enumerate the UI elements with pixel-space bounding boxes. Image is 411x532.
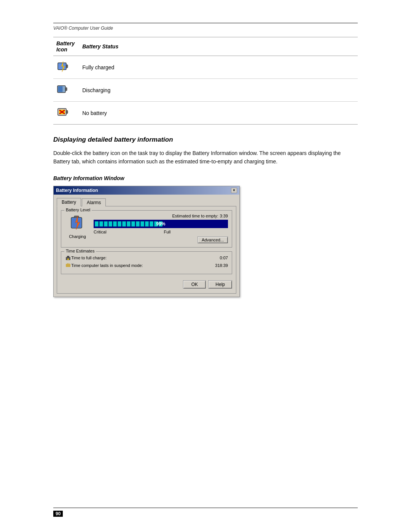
battery-charged-icon	[56, 60, 70, 73]
table-row: No battery	[53, 102, 358, 125]
window-content: Battery Alarms Battery Level	[54, 195, 239, 297]
ok-button[interactable]: OK	[183, 280, 206, 289]
battery-nobattery-icon	[56, 105, 70, 119]
tabs-row: Battery Alarms	[57, 198, 236, 206]
progress-segment	[136, 221, 140, 227]
progress-segment	[113, 221, 117, 227]
progress-bar-container: 99%	[94, 220, 228, 228]
plug-icon	[65, 255, 71, 261]
advanced-button[interactable]: Advanced...	[198, 236, 228, 243]
suspend-time-row: Time computer lasts in suspend mode: 318…	[65, 262, 228, 268]
status-no-battery: No battery	[79, 102, 358, 125]
battery-table: Battery Icon Battery Status	[53, 37, 358, 125]
estimated-time-label: Estimated time to empty:	[172, 214, 218, 218]
suspend-value: 318:39	[215, 263, 228, 268]
critical-label: Critical	[94, 230, 107, 234]
footer-rule	[53, 508, 358, 508]
svg-rect-19	[67, 256, 68, 257]
estimated-time-value: 3:39	[220, 214, 228, 218]
progress-segment	[131, 221, 135, 227]
tab-content: Battery Level	[57, 206, 236, 294]
progress-percent: 99%	[156, 221, 165, 227]
progress-segment	[145, 221, 149, 227]
window-titlebar: Battery Information ×	[54, 186, 239, 195]
page-number: 90	[53, 511, 63, 517]
subsection-label: Battery Information Window	[53, 175, 358, 181]
section-body: Double-click the battery icon on the tas…	[53, 149, 358, 166]
progress-segment	[99, 221, 103, 227]
progress-segment	[104, 221, 108, 227]
progress-segment	[95, 221, 99, 227]
battery-level-right: Estimated time to empty: 3:39	[94, 214, 228, 243]
suspend-label: Time computer lasts in suspend mode:	[71, 263, 143, 268]
battery-icon-cell-charged	[53, 56, 79, 79]
page-container: VAIO® Computer User Guide Battery Icon B…	[0, 0, 411, 532]
progress-segment	[118, 221, 121, 227]
battery-icon-cell-nobattery	[53, 102, 79, 125]
progress-segment	[127, 221, 131, 227]
progress-segment	[150, 221, 153, 227]
status-discharging: Discharging	[79, 79, 358, 102]
progress-segment	[122, 221, 126, 227]
time-to-charge-value: 0:07	[220, 256, 228, 260]
section-heading: Displaying detailed battery information	[53, 136, 358, 144]
svg-rect-6	[65, 88, 67, 91]
charging-label: Charging	[69, 234, 86, 239]
svg-rect-23	[67, 263, 68, 264]
svg-rect-20	[68, 256, 69, 257]
header-title: VAIO® Computer User Guide	[53, 26, 358, 31]
svg-rect-9	[66, 110, 68, 113]
progress-segment	[140, 221, 144, 227]
time-estimates-label: Time Estimates	[64, 249, 96, 253]
status-fully-charged: Fully charged	[79, 56, 358, 79]
table-row: Discharging	[53, 79, 358, 102]
window-buttons-row: OK Help	[61, 278, 232, 289]
estimated-time-row: Estimated time to empty: 3:39	[94, 214, 228, 218]
time-estimates-group: Time Estimates Time to full charge:	[61, 251, 232, 274]
charging-icon-area: Charging	[65, 214, 90, 239]
charging-battery-icon	[68, 214, 87, 233]
help-button[interactable]: Help	[208, 280, 232, 289]
svg-rect-14	[74, 216, 79, 218]
progress-segment	[108, 221, 112, 227]
critical-full-row: Critical Full	[94, 230, 228, 234]
battery-discharging-icon	[56, 83, 68, 96]
time-to-charge-row: Time to full charge: 0:07	[65, 255, 228, 261]
tab-alarms[interactable]: Alarms	[82, 198, 106, 206]
battery-info-window: Battery Information × Battery Alarms Bat…	[53, 186, 240, 297]
battery-level-group: Battery Level	[61, 210, 232, 248]
top-rule	[53, 23, 358, 23]
time-to-charge-label: Time to full charge:	[71, 256, 107, 260]
battery-level-label: Battery Level	[64, 208, 92, 212]
svg-rect-22	[66, 264, 70, 267]
page-footer: 90	[0, 508, 411, 517]
suspend-label-area: Time computer lasts in suspend mode:	[65, 262, 143, 268]
tab-battery[interactable]: Battery	[57, 198, 81, 206]
col-header-status: Battery Status	[79, 37, 358, 56]
svg-rect-1	[66, 65, 68, 68]
full-label: Full	[164, 230, 170, 234]
svg-rect-24	[68, 263, 69, 264]
time-to-charge-label-area: Time to full charge:	[65, 255, 107, 261]
svg-rect-21	[67, 259, 69, 260]
suspend-icon	[65, 262, 71, 268]
col-header-icon: Battery Icon	[53, 37, 79, 56]
progress-bar-fill	[94, 220, 164, 228]
table-row: Fully charged	[53, 56, 358, 79]
battery-icon-cell-discharging	[53, 79, 79, 102]
window-title: Battery Information	[56, 188, 98, 193]
svg-rect-7	[58, 86, 63, 92]
battery-level-inner: Charging Estimated time to empty: 3:39	[65, 214, 228, 243]
window-close-button[interactable]: ×	[231, 188, 237, 193]
